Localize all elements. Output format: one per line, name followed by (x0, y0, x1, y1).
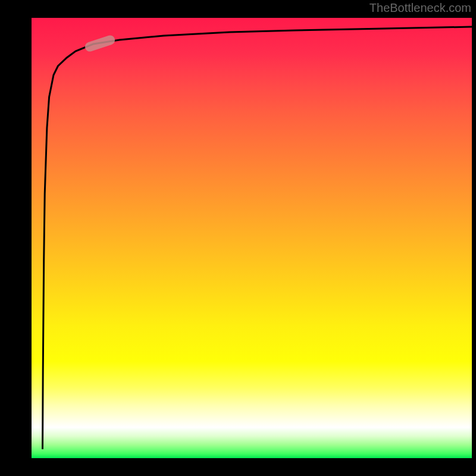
curve-marker (84, 34, 116, 52)
chart-curve (32, 18, 472, 458)
watermark-text: TheBottleneck.com (369, 1, 471, 15)
data-curve (43, 27, 472, 449)
svg-rect-0 (84, 34, 116, 52)
